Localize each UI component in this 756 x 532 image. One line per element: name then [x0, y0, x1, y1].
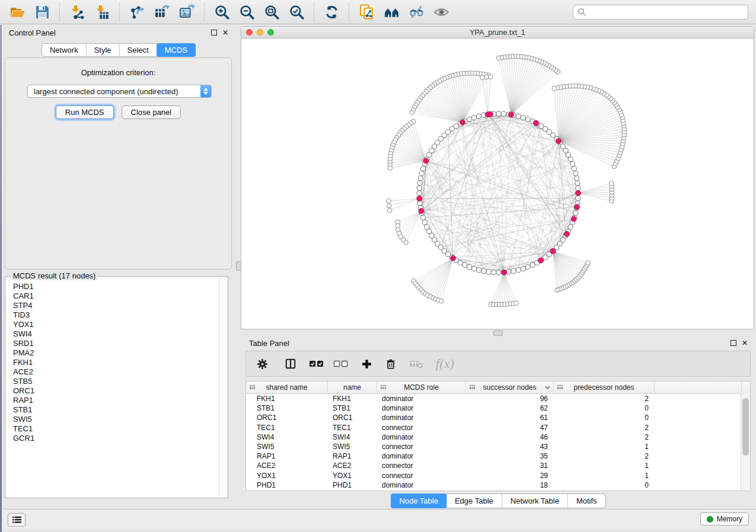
show-columns-icon[interactable]: [285, 358, 296, 370]
search-input[interactable]: [586, 5, 748, 20]
table-cell: dominator: [377, 481, 466, 489]
table-row[interactable]: FKH1FKH1dominator962: [246, 394, 750, 403]
mcds-result-item[interactable]: GCR1: [13, 434, 218, 443]
close-window-icon[interactable]: [246, 29, 253, 36]
export-image-icon[interactable]: [177, 2, 196, 21]
table-row[interactable]: PHD1PHD1dominator180: [246, 480, 750, 490]
save-session-icon[interactable]: [33, 2, 52, 21]
zoom-selected-icon[interactable]: [287, 2, 306, 21]
column-header-MCDS-role[interactable]: MCDS role: [377, 382, 466, 393]
deselect-all-icon[interactable]: [333, 358, 349, 369]
table-cell: SWI4: [328, 433, 377, 441]
tab-network[interactable]: Network: [42, 44, 87, 56]
mcds-result-item[interactable]: FKH1: [13, 358, 218, 367]
tab-style[interactable]: Style: [87, 44, 120, 56]
table-row[interactable]: RAP1RAP1dominator352: [246, 451, 750, 461]
table-row[interactable]: SWI5SWI5connector431: [246, 442, 750, 451]
table-scrollbar-thumb[interactable]: [742, 398, 749, 456]
table-mode-gear-icon[interactable]: [256, 358, 269, 370]
mcds-result-item[interactable]: TID3: [13, 310, 218, 320]
criterion-label: Optimization criterion:: [5, 68, 231, 77]
column-header-predecessor-nodes[interactable]: predecessor nodes: [554, 382, 655, 393]
mcds-result-list[interactable]: PHD1CAR1STP4TID3YOX1SWI4SRD1PMA2FKH1ACE2…: [5, 282, 218, 496]
mcds-result-item[interactable]: TEC1: [13, 424, 218, 434]
task-history-button[interactable]: [8, 513, 25, 527]
mcds-result-item[interactable]: STB1: [13, 405, 218, 415]
zoom-fit-icon[interactable]: [262, 2, 281, 21]
tab-motifs[interactable]: Motifs: [568, 494, 605, 508]
mcds-result-item[interactable]: CAR1: [13, 291, 218, 301]
toolbar-separator: [59, 3, 60, 21]
select-all-icon[interactable]: [309, 358, 324, 369]
table-cell: dominator: [377, 404, 466, 412]
table-cell: 46: [466, 433, 554, 441]
mcds-result-item[interactable]: ACE2: [13, 367, 218, 377]
table-scrollbar[interactable]: [741, 393, 750, 491]
float-table-panel-icon[interactable]: [731, 340, 736, 346]
column-header-successor-nodes[interactable]: successor nodes: [466, 382, 554, 393]
close-table-panel-icon[interactable]: ✕: [742, 339, 748, 347]
table-cell: YOX1: [246, 472, 328, 480]
mcds-result-item[interactable]: ORC1: [13, 386, 218, 396]
table-row[interactable]: YOX1YOX1connector291: [246, 471, 750, 480]
network-window-titlebar[interactable]: YPA_prune.txt_1: [241, 27, 754, 39]
mcds-result-item[interactable]: SWI5: [13, 415, 218, 424]
desktop-wallpaper-strip: [0, 529, 756, 532]
import-network-icon[interactable]: [68, 2, 87, 21]
add-column-icon[interactable]: [361, 358, 372, 370]
float-panel-icon[interactable]: [211, 30, 217, 36]
table-cell: PHD1: [246, 481, 328, 489]
export-table-icon[interactable]: [152, 2, 171, 21]
close-panel-button[interactable]: Close panel: [122, 105, 181, 119]
network-graph-canvas[interactable]: [241, 39, 754, 329]
mcds-result-item[interactable]: RAP1: [13, 396, 218, 405]
mcds-result-item[interactable]: SRD1: [13, 339, 218, 348]
mcds-result-item[interactable]: SWI4: [13, 329, 218, 339]
refresh-layout-icon[interactable]: [322, 2, 341, 21]
criterion-value: largest connected component (undirected): [34, 87, 178, 96]
table-cell: SWI4: [246, 433, 328, 441]
show-eye-icon[interactable]: [432, 2, 451, 21]
tab-node-table[interactable]: Node Table: [391, 493, 447, 508]
zoom-out-icon[interactable]: [237, 2, 256, 21]
criterion-dropdown[interactable]: largest connected component (undirected): [27, 85, 212, 98]
column-header-name[interactable]: name: [328, 382, 377, 393]
minimize-window-icon[interactable]: [257, 29, 263, 36]
tab-mcds[interactable]: MCDS: [157, 43, 196, 57]
column-header-filler: [655, 382, 742, 393]
tab-select[interactable]: Select: [120, 44, 157, 56]
export-network-icon[interactable]: [127, 2, 146, 21]
binoculars-icon[interactable]: [382, 2, 401, 21]
search-icon: [578, 8, 586, 17]
table-row[interactable]: STB1STB1dominator620: [246, 403, 750, 413]
delete-column-icon[interactable]: [385, 358, 397, 370]
table-cell: 2: [554, 424, 655, 432]
tab-network-table[interactable]: Network Table: [502, 494, 568, 508]
memory-button[interactable]: Memory: [700, 512, 749, 525]
search-box[interactable]: [573, 5, 748, 20]
clone-network-icon[interactable]: [357, 2, 376, 21]
column-header-shared-name[interactable]: shared name: [246, 382, 328, 393]
table-cell: 96: [466, 395, 554, 403]
table-row[interactable]: ACE2ACE2connector311: [246, 461, 750, 470]
run-mcds-button[interactable]: Run MCDS: [56, 105, 114, 119]
mcds-result-item[interactable]: STP4: [13, 301, 218, 310]
mcds-list-scrollbar[interactable]: [219, 278, 227, 496]
mcds-result-item[interactable]: PHD1: [13, 282, 218, 291]
table-cell: PHD1: [328, 481, 377, 489]
mcds-result-item[interactable]: STB5: [13, 377, 218, 386]
open-session-icon[interactable]: [8, 2, 27, 21]
node-table-header[interactable]: shared namenameMCDS rolesuccessor nodesp…: [246, 382, 750, 394]
table-row[interactable]: TEC1TEC1connector472: [246, 423, 750, 432]
tab-edge-table[interactable]: Edge Table: [446, 494, 502, 508]
table-row[interactable]: ORC1ORC1dominator610: [246, 413, 750, 422]
close-panel-icon[interactable]: ✕: [222, 29, 228, 36]
mcds-result-item[interactable]: PMA2: [13, 348, 218, 358]
maximize-window-icon[interactable]: [267, 29, 274, 36]
zoom-in-icon[interactable]: [212, 2, 231, 21]
table-row[interactable]: SWI4SWI4dominator462: [246, 432, 750, 442]
import-table-icon[interactable]: [92, 2, 111, 21]
mcds-result-item[interactable]: YOX1: [13, 320, 218, 329]
mcds-result-group: MCDS result (17 nodes) PHD1CAR1STP4TID3Y…: [5, 276, 228, 498]
hide-glasses-icon[interactable]: [407, 2, 426, 21]
